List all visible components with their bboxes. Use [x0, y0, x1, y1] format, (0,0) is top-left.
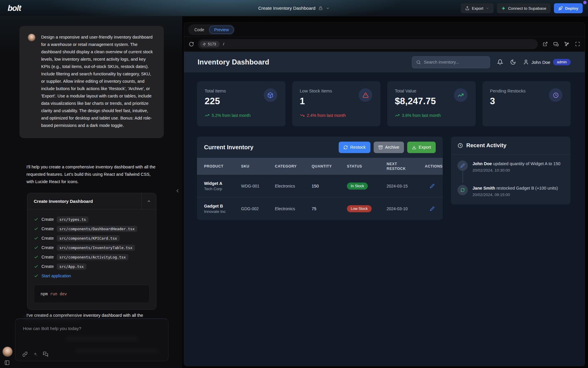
- export-csv-label: Export: [419, 145, 431, 150]
- fullscreen-icon[interactable]: [575, 42, 580, 47]
- table-row[interactable]: Widget A Tech Corp WDG-001 Electronics 1…: [197, 175, 443, 197]
- kpi-row: Total Items 225 5.2% from last month Low…: [197, 81, 571, 126]
- terminal-command-block: npm run dev: [34, 285, 150, 303]
- status-cell: Low Stock: [347, 205, 387, 212]
- inspector-cursor-off-icon[interactable]: [564, 42, 569, 47]
- sidebar-toggle-icon[interactable]: [4, 360, 10, 365]
- quantity-cell[interactable]: 75: [312, 206, 347, 211]
- activity-text: restocked Gadget B (+100 units): [496, 186, 558, 190]
- next-restock-cell: 2024-03-15: [387, 184, 425, 188]
- chat-bubbles-icon[interactable]: [43, 352, 48, 357]
- chat-input-field[interactable]: [23, 326, 161, 331]
- chat-input-toolbar: [22, 352, 48, 357]
- restock-button[interactable]: Restock: [339, 142, 370, 153]
- check-icon: [34, 226, 39, 231]
- check-icon: [34, 273, 39, 278]
- step-file-chip[interactable]: src/components/DashboardHeader.tsx: [57, 226, 137, 232]
- column-header-actions: ACTIONS: [425, 164, 442, 168]
- step-file-chip[interactable]: src/components/ActivityLog.tsx: [57, 254, 128, 260]
- inventory-title: Current Inventory: [204, 144, 339, 151]
- trending-up-icon: [395, 113, 400, 118]
- share-icon: [465, 6, 470, 11]
- artifact-step: Create src/components/ActivityLog.tsx: [34, 252, 150, 262]
- check-icon: [34, 245, 39, 250]
- archive-icon: [378, 145, 383, 150]
- export-csv-button[interactable]: Export: [407, 142, 436, 153]
- external-link-icon[interactable]: [543, 42, 548, 47]
- inventory-panel-header: Current Inventory Restock Archive: [197, 137, 443, 158]
- rocket-icon: [558, 6, 563, 11]
- user-profile-avatar[interactable]: [2, 347, 13, 357]
- table-row[interactable]: Gadget B Innovate Inc GDG-002 Electronic…: [197, 197, 443, 220]
- chevron-up-icon: [147, 199, 151, 203]
- chevron-down-icon: [486, 6, 489, 10]
- column-header-sku: SKU: [241, 164, 275, 168]
- collapse-chat-chevron[interactable]: [175, 188, 181, 194]
- user-message-card: Design a responsive and user-friendly in…: [19, 26, 164, 138]
- archive-button[interactable]: Archive: [374, 142, 404, 153]
- refresh-icon: [343, 145, 348, 150]
- chat-input-card[interactable]: [15, 319, 168, 361]
- reload-icon[interactable]: [189, 42, 194, 47]
- chat-panel: Design a responsive and user-friendly in…: [0, 16, 182, 368]
- inventory-search-box[interactable]: [412, 56, 490, 68]
- step-action: Create: [41, 245, 54, 250]
- artifact-header[interactable]: Create Inventory Dashboard: [27, 193, 156, 209]
- inventory-dashboard-app: Inventory Dashboard: [184, 52, 585, 366]
- inventory-table-header: PRODUCT SKU CATEGORY QUANTITY STATUS NEX…: [197, 158, 443, 175]
- step-file-chip[interactable]: src/types.ts: [57, 216, 88, 223]
- user-menu[interactable]: John Doe admin: [523, 59, 571, 65]
- refresh-icon: [457, 185, 468, 195]
- inventory-search-input[interactable]: [424, 60, 483, 64]
- dashboard-header-right: John Doe admin: [412, 56, 571, 68]
- start-application-link[interactable]: Start application: [41, 273, 71, 278]
- kpi-card-pending-restocks: Pending Restocks 3: [482, 81, 571, 126]
- artifact-step: Create src/App.tsx: [34, 262, 150, 271]
- user-icon: [523, 59, 529, 65]
- preview-panel: Code Preview 5173 /: [184, 22, 585, 366]
- code-preview-toggle: Code Preview: [188, 24, 235, 35]
- step-file-chip[interactable]: src/App.tsx: [57, 263, 86, 270]
- collapse-artifact-button[interactable]: [141, 193, 156, 209]
- kpi-trend: 2.4% from last month: [300, 113, 373, 118]
- redacted-blur: [65, 336, 139, 341]
- bell-icon[interactable]: [497, 59, 503, 65]
- user-name: John Doe: [532, 60, 550, 65]
- activity-user: John Doe: [472, 161, 492, 166]
- kpi-trend: 3.8% from last month: [395, 113, 468, 118]
- category-cell: Electronics: [275, 184, 312, 188]
- chevron-down-icon[interactable]: [326, 6, 330, 10]
- url-field[interactable]: 5173 /: [198, 39, 538, 49]
- artifact-step: Create src/components/DashboardHeader.ts…: [34, 224, 150, 233]
- export-button[interactable]: Export: [461, 3, 494, 13]
- quantity-cell[interactable]: 150: [312, 184, 347, 188]
- activity-list: John Doe updated quantity of Widget A to…: [451, 155, 570, 205]
- current-inventory-panel: Current Inventory Restock Archive: [197, 137, 443, 220]
- tab-preview[interactable]: Preview: [209, 26, 234, 34]
- link-icon[interactable]: [22, 352, 28, 357]
- edit-pencil-icon[interactable]: [430, 206, 435, 211]
- sparkles-icon[interactable]: [33, 352, 38, 357]
- step-file-chip[interactable]: src/components/KPICard.tsx: [57, 235, 120, 241]
- responsive-devices-icon[interactable]: [553, 42, 559, 47]
- actions-cell: [425, 206, 436, 211]
- actions-cell: [425, 184, 436, 188]
- product-supplier: Tech Corp: [204, 187, 241, 191]
- activity-title: Recent Activity: [466, 142, 507, 149]
- activity-text: updated quantity of Widget A to 150: [493, 161, 560, 166]
- artifact-step: Create src/components/InventoryTable.tsx: [34, 243, 150, 252]
- column-header-product: PRODUCT: [204, 164, 241, 168]
- step-file-chip[interactable]: src/components/InventoryTable.tsx: [57, 245, 135, 251]
- deploy-button[interactable]: Deploy: [554, 3, 583, 13]
- top-bar-actions: Export Connect to Supabase Deploy: [461, 3, 583, 13]
- artifact-step: Create src/types.ts: [34, 215, 150, 224]
- redacted-blur: [23, 315, 82, 321]
- connect-supabase-button[interactable]: Connect to Supabase: [497, 3, 551, 13]
- edit-pencil-icon[interactable]: [430, 184, 435, 188]
- port-badge[interactable]: 5173: [200, 41, 220, 47]
- step-action: Create: [41, 217, 54, 222]
- column-header-status: STATUS: [347, 164, 387, 168]
- dark-mode-moon-icon[interactable]: [510, 59, 516, 65]
- tab-code[interactable]: Code: [189, 26, 209, 34]
- dashboard-content: Total Items 225 5.2% from last month Low…: [184, 72, 585, 220]
